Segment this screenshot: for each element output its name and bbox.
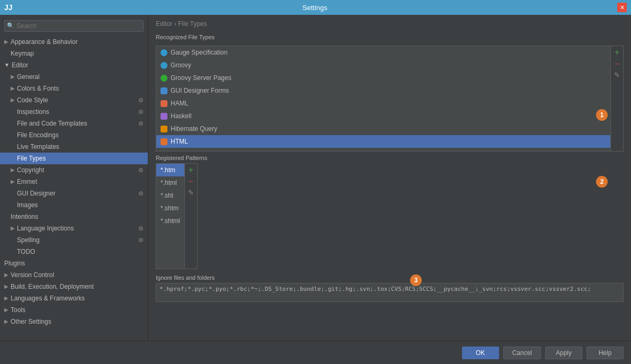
- sidebar-item-label: Version Control: [11, 270, 54, 280]
- sidebar-item-editor[interactable]: ▼ Editor: [0, 59, 148, 71]
- arrow-icon: ▶: [4, 294, 8, 303]
- list-item[interactable]: Groovy: [156, 59, 610, 72]
- pattern-item[interactable]: *.htm: [156, 164, 184, 176]
- arrow-icon: ▶: [11, 177, 15, 187]
- list-item[interactable]: IDL: [156, 148, 610, 152]
- sidebar-item-todo[interactable]: TODO: [0, 246, 148, 258]
- search-box: 🔍: [4, 20, 144, 32]
- pattern-item[interactable]: *.shtml: [156, 215, 184, 227]
- close-button[interactable]: ✕: [617, 3, 627, 12]
- sidebar-item-general[interactable]: ▶ General: [0, 71, 148, 83]
- sidebar-item-label: Plugins: [4, 259, 25, 268]
- ignore-input[interactable]: [156, 283, 624, 302]
- help-button[interactable]: Help: [586, 347, 624, 359]
- file-types-list[interactable]: Gauge Specification Groovy Groovy Server…: [156, 46, 611, 152]
- sidebar-item-label: Copyright: [17, 165, 44, 175]
- add-pattern-button[interactable]: +: [186, 165, 196, 175]
- edit-pattern-button[interactable]: ✎: [186, 188, 196, 197]
- sidebar-item-label: Tools: [11, 305, 25, 315]
- pattern-item[interactable]: *.html: [156, 176, 184, 189]
- settings-icon: ⚙: [138, 95, 144, 105]
- sidebar-item-intentions[interactable]: Intentions: [0, 211, 148, 223]
- sidebar-item-appearance[interactable]: ▶ Appearance & Behavior: [0, 36, 148, 48]
- arrow-icon: ▶: [4, 305, 8, 315]
- sidebar-item-file-types[interactable]: File Types: [0, 153, 148, 164]
- sidebar-item-build[interactable]: ▶ Build, Execution, Deployment: [0, 281, 148, 292]
- sidebar-item-copyright[interactable]: ▶ Copyright ⚙: [0, 164, 148, 176]
- sidebar-item-label: Inspections: [17, 107, 49, 117]
- file-type-name: Gauge Specification: [171, 47, 227, 58]
- sidebar-item-languages[interactable]: ▶ Languages & Frameworks: [0, 292, 148, 304]
- sidebar-item-colors-fonts[interactable]: ▶ Colors & Fonts: [0, 83, 148, 94]
- remove-pattern-button[interactable]: −: [186, 176, 196, 187]
- edit-file-type-button[interactable]: ✎: [612, 70, 622, 79]
- apply-button[interactable]: Apply: [545, 347, 582, 359]
- sidebar-item-label: TODO: [17, 247, 35, 256]
- pattern-item[interactable]: *.shtm: [156, 202, 184, 215]
- step-bubble-3: 3: [410, 274, 422, 286]
- sidebar-item-file-code-templates[interactable]: File and Code Templates ⚙: [0, 118, 148, 129]
- list-item[interactable]: HAML: [156, 97, 610, 110]
- remove-file-type-button[interactable]: −: [612, 59, 622, 69]
- arrow-icon: ▶: [11, 72, 15, 82]
- patterns-list[interactable]: *.htm *.html *.sht *.shtm *.shtml: [156, 163, 185, 269]
- sidebar-item-label: Emmet: [17, 177, 37, 187]
- sidebar-item-label: File Encodings: [17, 130, 59, 140]
- sidebar-item-inspections[interactable]: Inspections ⚙: [0, 106, 148, 118]
- file-type-name: Groovy: [171, 60, 191, 70]
- arrow-icon: ▶: [4, 317, 8, 326]
- list-item[interactable]: Haskell: [156, 110, 610, 122]
- sidebar-item-plugins[interactable]: Plugins: [0, 258, 148, 269]
- sidebar-item-code-style[interactable]: ▶ Code Style ⚙: [0, 94, 148, 106]
- file-type-name: Haskell: [171, 111, 191, 121]
- list-item[interactable]: GUI Designer Forms: [156, 84, 610, 97]
- file-type-icon: [161, 113, 167, 120]
- title-bar: JJ Settings ✕: [0, 0, 631, 15]
- bottom-bar: OK Cancel Apply Help: [0, 341, 631, 364]
- list-item[interactable]: Gauge Specification: [156, 46, 610, 59]
- recognized-section-label: Recognized File Types: [156, 34, 624, 40]
- sidebar-item-label: Appearance & Behavior: [11, 37, 78, 47]
- sidebar-item-keymap[interactable]: Keymap: [0, 48, 148, 59]
- sidebar-item-images[interactable]: Images: [0, 199, 148, 211]
- arrow-icon: ▶: [4, 37, 8, 47]
- sidebar-item-language-injections[interactable]: ▶ Language Injections ⚙: [0, 223, 148, 234]
- pattern-item[interactable]: *.sht: [156, 189, 184, 202]
- file-type-name: Hibernate Query: [171, 123, 217, 134]
- list-item[interactable]: HTML: [156, 135, 610, 148]
- sidebar-item-label: Language Injections: [17, 224, 74, 233]
- cancel-button[interactable]: Cancel: [503, 347, 541, 359]
- sidebar-item-label: Intentions: [11, 212, 38, 221]
- add-file-type-button[interactable]: +: [612, 47, 622, 58]
- content-wrapper: Recognized File Types 1 Gauge Specificat…: [156, 34, 624, 304]
- sidebar-item-label: Build, Execution, Deployment: [11, 282, 94, 291]
- sidebar-item-tools[interactable]: ▶ Tools: [0, 304, 148, 316]
- ok-button[interactable]: OK: [462, 347, 499, 359]
- search-input[interactable]: [4, 20, 144, 32]
- sidebar-item-other-settings[interactable]: ▶ Other Settings: [0, 316, 148, 327]
- file-type-name: GUI Designer Forms: [171, 85, 229, 96]
- file-type-icon: [161, 100, 167, 107]
- list-item[interactable]: Hibernate Query: [156, 122, 610, 135]
- main-layout: 🔍 ▶ Appearance & Behavior Keymap ▼ Edito…: [0, 15, 631, 341]
- arrow-icon: ▶: [11, 95, 15, 105]
- sidebar-item-live-templates[interactable]: Live Templates: [0, 141, 148, 153]
- sidebar-item-label: Spelling: [17, 235, 40, 245]
- sidebar-item-emmet[interactable]: ▶ Emmet: [0, 176, 148, 188]
- sidebar-item-label: Keymap: [11, 49, 34, 58]
- file-type-icon: [161, 87, 167, 94]
- settings-icon: ⚙: [138, 235, 144, 245]
- sidebar-item-gui-designer[interactable]: GUI Designer ⚙: [0, 188, 148, 199]
- ignore-section: 3 Ignore files and folders: [156, 274, 624, 304]
- sidebar-item-label: Colors & Fonts: [17, 84, 59, 93]
- sidebar-item-file-encodings[interactable]: File Encodings: [0, 129, 148, 141]
- file-type-icon: [161, 49, 167, 56]
- arrow-icon: ▶: [11, 165, 15, 175]
- sidebar-item-label: Images: [17, 200, 38, 210]
- sidebar-item-version-control[interactable]: ▶ Version Control: [0, 269, 148, 281]
- content-area: Editor › File Types Recognized File Type…: [148, 15, 631, 341]
- sidebar-item-spelling[interactable]: Spelling ⚙: [0, 234, 148, 246]
- ignore-section-label: Ignore files and folders: [156, 274, 624, 281]
- sidebar-item-label: Code Style: [17, 95, 48, 105]
- list-item[interactable]: Groovy Server Pages: [156, 72, 610, 84]
